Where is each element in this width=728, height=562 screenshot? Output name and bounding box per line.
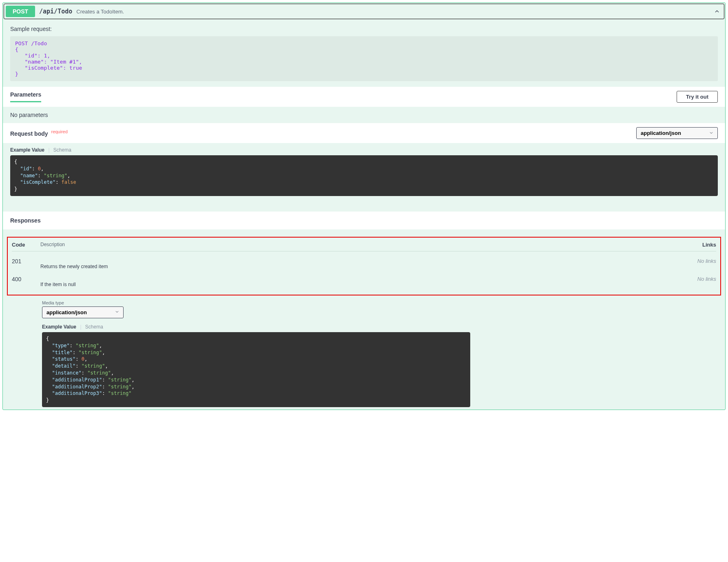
media-example-schema-tabs: Example Value | Schema xyxy=(42,324,718,330)
responses-table-header: Code Description Links xyxy=(12,242,716,251)
response-description: If the item is null xyxy=(40,276,679,287)
tab-example-value[interactable]: Example Value xyxy=(10,147,44,153)
sample-request-code: POST /Todo { "id": 1, "name": "Item #1",… xyxy=(10,36,718,81)
sample-request-section: Sample request: POST /Todo { "id": 1, "n… xyxy=(3,20,725,87)
header-links: Links xyxy=(679,242,716,248)
response-links: No links xyxy=(679,258,716,264)
method-badge: POST xyxy=(6,6,35,17)
responses-title: Responses xyxy=(3,212,725,229)
response-description: Returns the newly created item xyxy=(40,258,679,269)
header-code: Code xyxy=(12,242,40,248)
required-label: required xyxy=(51,129,67,134)
response-links: No links xyxy=(679,276,716,282)
tab-schema[interactable]: Schema xyxy=(53,147,71,153)
media-type-block: Media type application/json Example Valu… xyxy=(3,298,725,410)
media-type-label: Media type xyxy=(42,300,718,305)
response-code: 400 xyxy=(12,276,40,282)
operation-path: /api/Todo xyxy=(39,8,72,15)
response-row: 201 Returns the newly created item No li… xyxy=(12,255,716,273)
request-body-bar: Request body required application/json xyxy=(3,123,725,143)
sample-request-label: Sample request: xyxy=(10,26,718,32)
parameters-bar: Parameters Try it out xyxy=(3,87,725,107)
operation-panel: POST /api/Todo Creates a TodoItem. Sampl… xyxy=(2,2,726,410)
response-example-code[interactable]: { "type": "string", "title": "string", "… xyxy=(42,332,470,407)
operation-summary: Creates a TodoItem. xyxy=(76,9,124,15)
tab-schema[interactable]: Schema xyxy=(85,324,103,330)
header-description: Description xyxy=(40,242,679,248)
chevron-up-icon xyxy=(713,8,721,15)
response-code: 201 xyxy=(12,258,40,264)
operation-header[interactable]: POST /api/Todo Creates a TodoItem. xyxy=(4,4,724,19)
example-schema-tabs: Example Value | Schema xyxy=(3,143,725,155)
tab-example-value[interactable]: Example Value xyxy=(42,324,76,330)
request-body-example-code[interactable]: { "id": 0, "name": "string", "isComplete… xyxy=(10,155,718,196)
parameters-title: Parameters xyxy=(10,91,41,102)
content-type-select[interactable]: application/json xyxy=(636,127,718,139)
try-it-out-button[interactable]: Try it out xyxy=(677,91,718,103)
media-type-select[interactable]: application/json xyxy=(42,306,124,318)
response-row: 400 If the item is null No links xyxy=(12,273,716,291)
responses-highlight-box: Code Description Links 201 Returns the n… xyxy=(7,237,721,295)
no-parameters-text: No parameters xyxy=(3,107,725,123)
request-body-title: Request body xyxy=(10,130,48,137)
